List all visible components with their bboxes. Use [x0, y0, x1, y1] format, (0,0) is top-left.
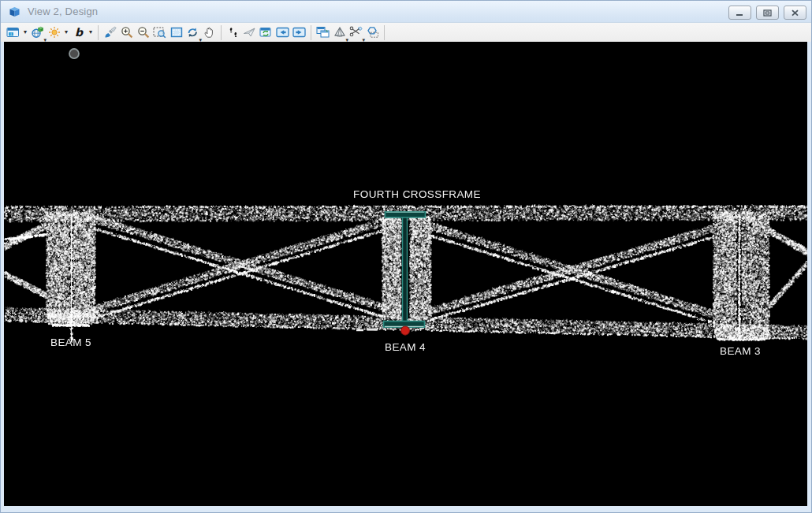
rotate-view-button[interactable]: ▾: [184, 24, 201, 41]
adjust-view-brightness-icon: [48, 26, 61, 39]
clip-volume-icon: [333, 26, 346, 39]
pan-view-button[interactable]: [201, 24, 218, 41]
view-next-button[interactable]: [291, 24, 307, 41]
viewport-label-beam-5: BEAM 5: [50, 336, 91, 348]
dropdown-arrow-icon[interactable]: ▾: [21, 24, 29, 41]
adjust-view-brightness-button[interactable]: [46, 24, 62, 41]
viewport-label-beam-4: BEAM 4: [385, 341, 426, 353]
apply-clip-volume-button[interactable]: [364, 24, 381, 41]
titlebar[interactable]: View 2, Design: [1, 1, 811, 22]
selection-point-marker[interactable]: [401, 326, 410, 335]
fit-view-icon: [170, 26, 183, 39]
window-area-icon: [153, 26, 166, 39]
close-icon: [791, 7, 799, 19]
walk-button[interactable]: [225, 24, 241, 41]
update-view-button[interactable]: [102, 24, 118, 41]
copy-view-button[interactable]: [315, 24, 331, 41]
clip-mask-button[interactable]: ▾: [348, 24, 364, 41]
zoom-in-button[interactable]: [118, 24, 135, 41]
zoom-in-icon: [121, 26, 133, 39]
view-cube-icon: [9, 6, 20, 17]
copy-view-icon: [316, 26, 330, 39]
view-toolbar: i▾▾▾b▾▾▾▾: [1, 22, 811, 42]
navigate-view-icon: [259, 26, 273, 39]
restore-button[interactable]: [756, 6, 779, 20]
view-window: View 2, Design i▾▾▾b▾▾▾▾ FOURTH CROSSFRA…: [0, 0, 812, 513]
clip-mask-icon: [349, 26, 363, 39]
viewport-label-beam-3: BEAM 3: [720, 345, 761, 357]
scan-position-marker[interactable]: [69, 49, 79, 58]
minimize-button[interactable]: [728, 6, 751, 20]
view-attributes-button[interactable]: i: [5, 24, 21, 41]
view-display-mode-icon: [31, 26, 44, 39]
toolbar-separator: [384, 25, 385, 40]
view-previous-button[interactable]: [274, 24, 291, 41]
dropdown-arrow-icon[interactable]: ▾: [62, 24, 70, 41]
apply-clip-volume-icon: [366, 26, 379, 39]
view-next-icon: [292, 26, 306, 39]
crossframe-i-beam-outline[interactable]: [384, 212, 426, 327]
zoom-out-button[interactable]: [135, 24, 151, 41]
toolbar-separator: [98, 25, 99, 40]
navigate-view-button[interactable]: [258, 24, 274, 41]
zoom-out-icon: [137, 26, 150, 39]
dropdown-arrow-icon[interactable]: ▾: [87, 24, 95, 41]
design-viewport[interactable]: FOURTH CROSSFRAMEBEAM 5BEAM 4BEAM 3: [4, 42, 807, 506]
viewport-label-fourth-crossframe: FOURTH CROSSFRAME: [353, 188, 481, 200]
pan-view-icon: [203, 26, 216, 39]
view-display-style-icon: b: [73, 26, 84, 39]
restore-icon: [763, 7, 772, 19]
walk-icon: [227, 26, 240, 39]
close-button[interactable]: [784, 6, 806, 20]
window-area-button[interactable]: [151, 24, 168, 41]
view-attributes-icon: i: [6, 26, 20, 39]
svg-text:b: b: [74, 26, 83, 39]
view-display-mode-button[interactable]: ▾: [29, 24, 46, 41]
minimize-icon: [736, 7, 744, 19]
rotate-view-icon: [186, 26, 199, 39]
fit-view-button[interactable]: [168, 24, 184, 41]
toolbar-separator: [311, 25, 311, 40]
window-controls: [728, 6, 806, 20]
view-previous-icon: [276, 26, 289, 39]
fly-icon: [243, 26, 256, 39]
update-view-icon: [104, 26, 117, 39]
cad-overlay: [4, 42, 807, 506]
point-cloud-dash: [367, 329, 378, 331]
svg-text:i: i: [11, 32, 12, 36]
point-cloud-dash: [356, 329, 363, 332]
clip-volume-button[interactable]: ▾: [331, 24, 348, 41]
view-display-style-button[interactable]: b: [70, 24, 87, 41]
window-title: View 2, Design: [28, 6, 98, 17]
fly-button[interactable]: [241, 24, 258, 41]
toolbar-separator: [221, 25, 222, 40]
